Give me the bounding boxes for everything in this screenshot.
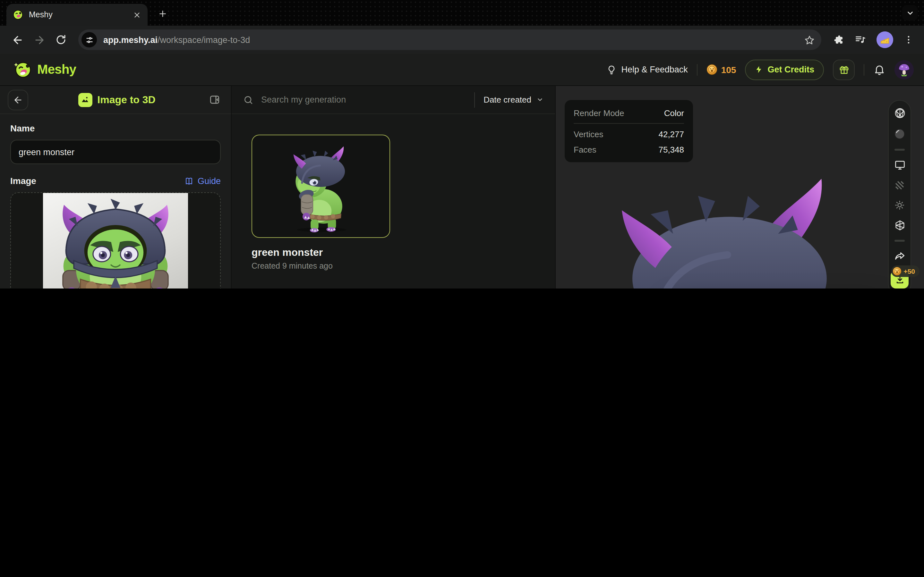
share-credit-badge: +50 <box>891 266 919 277</box>
page-title-label: Image to 3D <box>97 94 155 105</box>
share-credit-value: +50 <box>903 268 915 275</box>
guide-link[interactable]: Guide <box>184 176 221 185</box>
shaded-mode-icon[interactable] <box>893 127 906 140</box>
url-path: /workspace/image-to-3d <box>158 35 250 45</box>
model-viewport[interactable]: Render ModeColor Vertices42,277 Faces75,… <box>556 86 924 288</box>
page-title: Image to 3D <box>28 93 205 107</box>
image-label: Image <box>10 176 36 186</box>
meshy-favicon <box>13 10 23 20</box>
display-mode-icon[interactable] <box>893 159 906 171</box>
site-settings-icon[interactable] <box>81 32 97 47</box>
browser-tab[interactable]: Meshy <box>6 4 148 26</box>
browser-profile-avatar[interactable] <box>877 31 893 48</box>
lighting-icon[interactable] <box>894 199 905 211</box>
bookmark-star-icon[interactable] <box>804 34 815 45</box>
tab-title: Meshy <box>29 10 127 19</box>
back-icon[interactable] <box>8 30 27 49</box>
extensions-icon[interactable] <box>833 34 845 45</box>
meshy-mascot-icon <box>13 60 32 79</box>
search-icon <box>243 95 254 105</box>
search-input[interactable] <box>260 94 467 105</box>
coin-icon <box>893 267 901 276</box>
sort-label: Date created <box>483 95 531 105</box>
credit-balance-value: 105 <box>721 64 736 75</box>
wireframe-mode-icon[interactable] <box>893 107 906 119</box>
viewport-toolbar <box>888 100 911 288</box>
forward-icon[interactable] <box>29 30 49 49</box>
sidebar-header: Image to 3D <box>0 86 231 114</box>
divider <box>895 149 905 151</box>
sidebar-form: Name Image Guide Re-upload <box>0 114 231 288</box>
tab-close-icon[interactable] <box>133 11 141 19</box>
name-input[interactable] <box>10 140 221 164</box>
faces-label: Faces <box>573 145 596 154</box>
divider <box>697 64 698 75</box>
image-to-3d-sidebar: Image to 3D Name Image Guide <box>0 86 232 288</box>
vertices-label: Vertices <box>573 129 604 139</box>
gift-button[interactable] <box>833 59 855 80</box>
model-structure-icon[interactable] <box>893 219 906 231</box>
media-controls-icon[interactable] <box>855 34 866 45</box>
help-feedback-label: Help & Feedback <box>622 65 688 74</box>
refresh-icon[interactable] <box>51 30 71 49</box>
gallery-toolbar: Date created <box>232 86 555 114</box>
uploaded-image <box>43 193 188 288</box>
notifications-bell-icon[interactable] <box>873 63 885 76</box>
gift-icon <box>838 64 849 75</box>
book-icon <box>184 176 194 185</box>
divider <box>573 123 684 124</box>
generation-card-thumbnail[interactable] <box>252 135 390 238</box>
texture-mode-icon[interactable] <box>894 179 905 191</box>
browser-toolbar: app.meshy.ai/workspace/image-to-3d <box>0 26 924 54</box>
url-bar[interactable]: app.meshy.ai/workspace/image-to-3d <box>78 29 821 50</box>
model-stats-panel: Render ModeColor Vertices42,277 Faces75,… <box>565 100 693 162</box>
bolt-icon <box>754 65 763 74</box>
guide-label: Guide <box>198 176 221 185</box>
render-mode-label: Render Mode <box>573 108 624 118</box>
monster-3d-model[interactable] <box>593 155 869 288</box>
vertices-value: 42,277 <box>658 129 684 139</box>
divider <box>864 64 864 75</box>
user-avatar[interactable] <box>895 60 914 79</box>
back-button[interactable] <box>8 89 28 110</box>
browser-extension-area <box>829 31 916 48</box>
coin-icon <box>706 64 717 75</box>
divider <box>895 240 905 242</box>
generation-card-title: green monster <box>252 247 555 258</box>
sort-dropdown[interactable]: Date created <box>474 92 543 107</box>
credit-balance[interactable]: 105 <box>706 64 736 75</box>
faces-value: 75,348 <box>658 145 684 154</box>
name-label: Name <box>10 123 221 133</box>
chevron-down-icon <box>536 96 543 103</box>
lightbulb-icon <box>607 64 617 75</box>
uploaded-image-box[interactable] <box>10 192 221 288</box>
generation-card-created: Created 9 minutes ago <box>252 261 555 271</box>
brand-name: Meshy <box>37 62 76 77</box>
search-box[interactable] <box>243 94 467 105</box>
get-credits-button[interactable]: Get Credits <box>745 59 824 80</box>
browser-tab-strip: Meshy <box>0 0 924 26</box>
meshy-logo[interactable]: Meshy <box>13 60 76 79</box>
screen: Meshy app.meshy.ai/workspace/image-to-3d <box>0 0 924 288</box>
help-feedback-link[interactable]: Help & Feedback <box>607 64 688 75</box>
generation-gallery: Date created green monster Created 9 min… <box>232 86 556 288</box>
get-credits-label: Get Credits <box>767 65 814 74</box>
collapse-panel-icon[interactable] <box>205 91 223 109</box>
url-host: app.meshy.ai <box>103 35 158 45</box>
browser-menu-icon[interactable] <box>903 35 914 45</box>
render-mode-value: Color <box>664 108 684 118</box>
share-icon[interactable] <box>893 250 906 262</box>
app-header: Meshy Help & Feedback 105 Get Credits <box>0 54 924 86</box>
image-to-3d-icon <box>78 93 92 107</box>
url-text: app.meshy.ai/workspace/image-to-3d <box>103 35 250 45</box>
tab-search-icon[interactable] <box>902 5 918 21</box>
new-tab-button[interactable] <box>154 5 171 22</box>
